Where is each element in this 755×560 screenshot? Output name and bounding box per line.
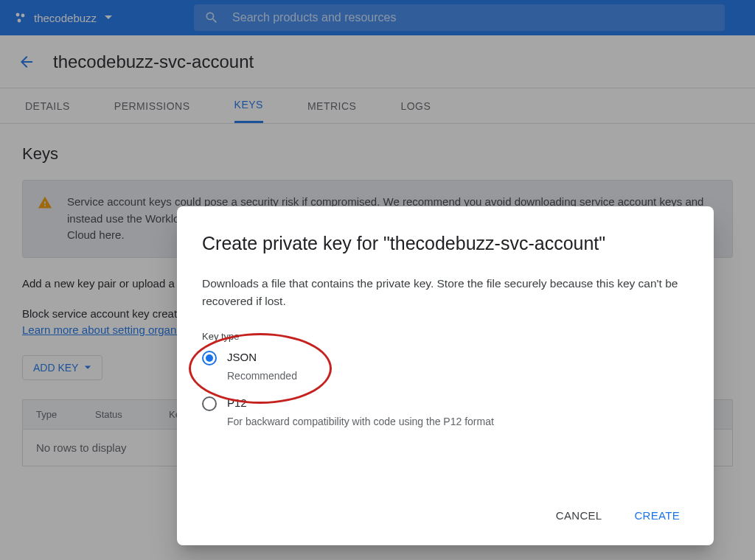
create-key-dialog: Create private key for "thecodebuzz-svc-… xyxy=(177,206,714,545)
dialog-description: Downloads a file that contains the priva… xyxy=(202,275,689,310)
radio-p12-label: P12 xyxy=(227,396,247,409)
radio-json-control[interactable] xyxy=(202,351,217,365)
keytype-label: Key type xyxy=(202,331,689,342)
cancel-button[interactable]: CANCEL xyxy=(553,503,605,528)
dialog-actions: CANCEL CREATE xyxy=(202,503,689,528)
radio-p12[interactable]: P12 xyxy=(202,396,689,411)
dialog-title: Create private key for "thecodebuzz-svc-… xyxy=(202,233,689,254)
create-button[interactable]: CREATE xyxy=(631,503,683,528)
radio-json-sub: Recommended xyxy=(227,370,689,382)
radio-json-label: JSON xyxy=(227,351,257,363)
radio-json[interactable]: JSON xyxy=(202,351,689,365)
radio-p12-control[interactable] xyxy=(202,396,217,411)
radio-p12-sub: For backward compatibility with code usi… xyxy=(227,416,689,427)
